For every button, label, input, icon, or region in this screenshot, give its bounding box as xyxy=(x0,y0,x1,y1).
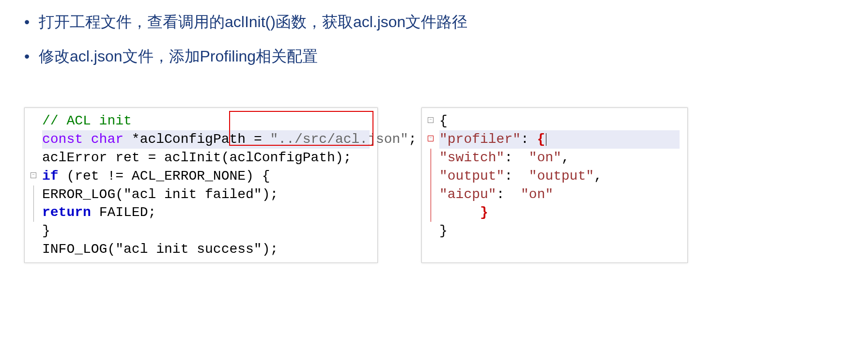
red-highlight-box xyxy=(229,111,373,146)
comment-text: // ACL init xyxy=(42,113,132,128)
fold-icon: − xyxy=(31,172,36,178)
json-value: "output" xyxy=(529,169,594,184)
code-line: } xyxy=(42,222,370,240)
brace: } xyxy=(439,223,448,238)
json-value: "on" xyxy=(521,187,553,202)
bullet-item-1: 打开工程文件，查看调用的aclInit()函数，获取acl.json文件路径 xyxy=(19,10,849,34)
fold-line xyxy=(431,203,431,222)
code-line: } xyxy=(439,222,680,240)
code-text: FAILED; xyxy=(91,205,156,220)
code-line: return FAILED; xyxy=(42,203,370,222)
comma: , xyxy=(561,150,570,165)
fold-line xyxy=(33,203,34,222)
code-panels: // ACL init const char *aclConfigPath = … xyxy=(19,108,849,262)
code-line-highlighted: −"profiler": { xyxy=(439,130,680,149)
if-keyword: if xyxy=(42,169,59,184)
json-key: "output" xyxy=(439,169,504,184)
bullet-item-2: 修改acl.json文件，添加Profiling相关配置 xyxy=(19,44,849,69)
code-line: INFO_LOG("acl init success"); xyxy=(42,240,370,259)
code-line: "output": "output", xyxy=(439,167,680,185)
code-line: "switch": "on", xyxy=(439,149,680,167)
brace: { xyxy=(439,113,448,128)
code-text: } xyxy=(42,223,50,238)
fold-line xyxy=(431,149,431,167)
colon: : xyxy=(504,169,528,184)
json-value: "on" xyxy=(529,150,561,165)
json-key: "switch" xyxy=(439,150,504,165)
fold-line xyxy=(33,185,34,204)
code-block-cpp: // ACL init const char *aclConfigPath = … xyxy=(24,108,378,262)
code-text: ERROR_LOG("acl init failed"); xyxy=(42,187,278,202)
code-text: (ret != ACL_ERROR_NONE) { xyxy=(59,169,270,184)
fold-line xyxy=(431,185,431,204)
json-key: "profiler" xyxy=(439,132,521,147)
code-line: } xyxy=(439,203,680,222)
return-keyword: return xyxy=(42,205,91,220)
json-key: "aicpu" xyxy=(439,187,496,202)
bullet-list: 打开工程文件，查看调用的aclInit()函数，获取acl.json文件路径 修… xyxy=(19,10,849,69)
type-keyword: const char xyxy=(42,132,132,147)
semicolon: ; xyxy=(408,132,417,147)
code-line: aclError ret = aclInit(aclConfigPath); xyxy=(42,149,370,167)
code-line: "aicpu": "on" xyxy=(439,185,680,204)
colon: : xyxy=(521,132,537,147)
fold-icon: − xyxy=(428,136,434,141)
code-line: −if (ret != ACL_ERROR_NONE) { xyxy=(42,167,370,185)
comma: , xyxy=(594,169,602,184)
fold-icon: − xyxy=(428,117,434,123)
code-line: ERROR_LOG("acl init failed"); xyxy=(42,185,370,204)
colon: : xyxy=(504,150,528,165)
code-text: aclError ret = aclInit(aclConfigPath); xyxy=(42,150,352,165)
brace: } xyxy=(439,205,488,220)
text-cursor xyxy=(546,133,546,146)
code-line: −{ xyxy=(439,112,680,130)
star: * xyxy=(132,132,140,147)
brace: { xyxy=(537,132,545,147)
code-text: INFO_LOG("acl init success"); xyxy=(42,242,278,257)
colon: : xyxy=(496,187,521,202)
code-block-json: −{ −"profiler": { "switch": "on", "outpu… xyxy=(421,108,688,262)
fold-line xyxy=(431,167,431,185)
